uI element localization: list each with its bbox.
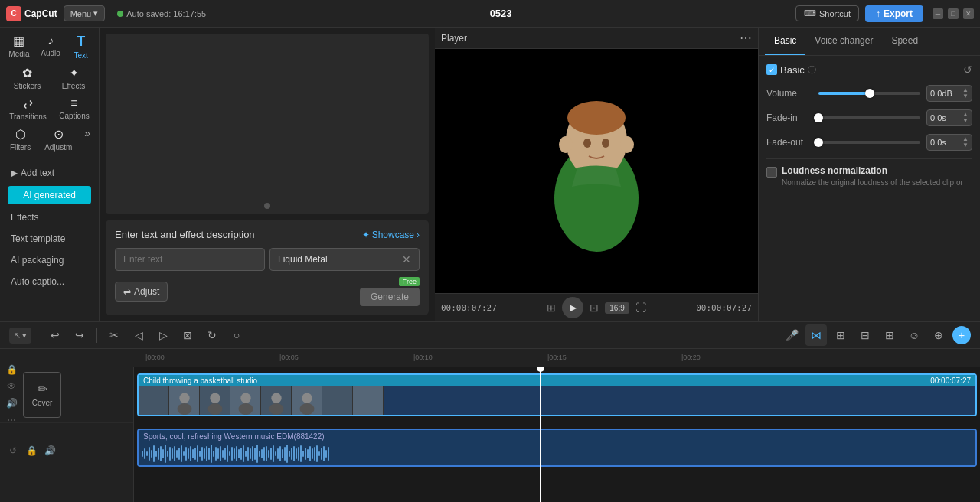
svg-point-7 <box>620 136 634 153</box>
text-preview-area <box>106 34 429 214</box>
delete-button[interactable]: ⊠ <box>177 324 198 346</box>
timeline-playhead[interactable] <box>540 367 541 502</box>
loudness-checkbox[interactable] <box>766 167 777 178</box>
speaker-icon[interactable]: 🔊 <box>5 396 18 410</box>
frame-6 <box>292 386 322 416</box>
link-tracks-button[interactable]: ⋈ <box>805 324 827 346</box>
tool-text[interactable]: T Text <box>67 31 95 63</box>
ai-generated-button[interactable]: AI generated <box>8 186 91 204</box>
rotate-button[interactable]: ↻ <box>201 324 223 346</box>
sidebar-item-text-template[interactable]: Text template <box>5 229 94 249</box>
track1-icons: 🔒 👁 🔊 ⋯ <box>5 363 18 427</box>
ai-style-input[interactable]: Liquid Metal ✕ <box>270 248 420 271</box>
capture-button[interactable]: ⊡ <box>590 302 599 314</box>
copy-button[interactable]: ⊞ <box>879 324 900 346</box>
lock2-icon[interactable]: 🔒 <box>24 444 38 458</box>
tab-basic[interactable]: Basic <box>765 28 805 55</box>
video-clip[interactable]: Child throwing a basketball studio 00:00… <box>137 373 977 416</box>
svg-point-16 <box>302 393 312 403</box>
more-tools-button[interactable]: » <box>81 124 93 155</box>
free-badge: Free <box>399 277 420 286</box>
fade-out-value[interactable]: 0.0s ▲ ▼ <box>926 134 972 151</box>
clear-style-button[interactable]: ✕ <box>402 253 411 266</box>
redo-button[interactable]: ↪ <box>69 324 90 346</box>
volume-slider[interactable] <box>818 92 920 95</box>
tab-speed[interactable]: Speed <box>882 28 927 55</box>
track1-controls: 🔒 👁 🔊 ⋯ ✏ Cover <box>0 367 133 422</box>
generate-section: Free Generate <box>360 277 420 306</box>
showcase-link[interactable]: ✦ Showcase › <box>362 230 420 240</box>
basic-checkbox[interactable]: ✓ <box>766 64 777 75</box>
fade-out-slider[interactable] <box>818 141 920 144</box>
split-button[interactable]: ✂ <box>103 324 125 346</box>
trim-left-button[interactable]: ◁ <box>128 324 149 346</box>
maximize-button[interactable]: □ <box>948 8 959 19</box>
minimize-button[interactable]: ─ <box>933 8 943 19</box>
player-menu-button[interactable]: ⋯ <box>740 31 752 45</box>
tool-captions[interactable]: ≡ Captions <box>54 93 93 124</box>
grid-view-button[interactable]: ⊞ <box>547 302 556 314</box>
svg-point-11 <box>207 403 222 415</box>
tool-transitions[interactable]: ⇄ Transitions <box>5 93 51 124</box>
shortcut-button[interactable]: ⌨ Shortcut <box>795 5 859 21</box>
mic-button[interactable]: 🎤 <box>781 324 802 346</box>
fade-in-value[interactable]: 0.0s ▲ ▼ <box>926 109 972 126</box>
showcase-label: Showcase <box>372 230 414 240</box>
fade-out-down[interactable]: ▼ <box>962 142 969 148</box>
eye-icon[interactable]: 👁 <box>5 380 18 393</box>
stickers-icon: ✿ <box>22 66 32 80</box>
menu-label: Menu <box>70 9 92 18</box>
sidebar-item-effects[interactable]: Effects <box>5 207 94 227</box>
keyboard-icon: ⌨ <box>804 8 816 18</box>
loop-icon[interactable]: ↺ <box>6 444 20 458</box>
svg-point-9 <box>177 403 191 415</box>
fade-in-down[interactable]: ▼ <box>962 118 969 124</box>
divider <box>766 158 972 159</box>
close-button[interactable]: ✕ <box>963 8 974 19</box>
tool-media[interactable]: ▦ Media <box>4 31 34 63</box>
trim-right-button[interactable]: ▷ <box>152 324 174 346</box>
tool-filters[interactable]: ⬡ Filters <box>5 124 35 155</box>
tool-adjustm[interactable]: ⊙ Adjustm <box>40 124 77 155</box>
fullscreen-button[interactable]: ⛶ <box>635 302 646 314</box>
top-bar: C CapCut Menu ▾ Auto saved: 16:17:55 052… <box>0 0 980 28</box>
volume-down[interactable]: ▼ <box>962 93 969 99</box>
top-right-controls: ⌨ Shortcut ↑ Export ─ □ ✕ <box>795 5 974 22</box>
lock-icon[interactable]: 🔒 <box>5 363 18 376</box>
timeline-body: 🔒 👁 🔊 ⋯ ✏ Cover ↺ 🔒 🔊 <box>0 367 980 502</box>
select-mode[interactable]: ↖ ▾ <box>9 328 31 344</box>
undo-button[interactable]: ↩ <box>44 324 66 346</box>
ai-panel-title: Enter text and effect description <box>115 229 255 240</box>
adjust-button[interactable]: ⇌ Adjust <box>115 282 168 302</box>
tool-effects[interactable]: ✦ Effects <box>57 63 90 93</box>
export-button[interactable]: ↑ Export <box>865 5 923 22</box>
menu-button[interactable]: Menu ▾ <box>64 5 106 21</box>
adjust-label: Adjust <box>134 286 159 297</box>
video-clip-header: Child throwing a basketball studio 00:00… <box>139 375 975 386</box>
magnet-button[interactable]: ⊞ <box>830 324 851 346</box>
loudness-desc: Normalize the original loudness of the s… <box>782 178 972 188</box>
reset-button[interactable]: ○ <box>226 324 247 346</box>
ai-text-input[interactable] <box>115 248 265 271</box>
add-text-item[interactable]: ▶ Add text <box>5 163 94 183</box>
emoji-button[interactable]: ☺ <box>903 324 925 346</box>
sidebar-item-ai-packaging[interactable]: AI packaging <box>5 250 94 270</box>
play-button[interactable]: ▶ <box>562 297 583 318</box>
sidebar-item-auto-caption[interactable]: Auto captio... <box>5 272 94 292</box>
speaker2-icon[interactable]: 🔊 <box>43 444 57 458</box>
right-tabs: Basic Voice changer Speed <box>759 28 980 56</box>
svg-point-3 <box>567 101 626 135</box>
unlink-button[interactable]: ⊟ <box>854 324 876 346</box>
reset-button[interactable]: ↺ <box>963 64 972 76</box>
add-clip-button[interactable]: + <box>952 326 971 344</box>
audio-clip[interactable]: Sports, cool, refreshing Western music E… <box>137 429 977 467</box>
tab-voice-changer[interactable]: Voice changer <box>805 28 882 55</box>
more-button[interactable]: ⊕ <box>928 324 949 346</box>
tool-stickers[interactable]: ✿ Stickers <box>9 63 46 93</box>
volume-value[interactable]: 0.0dB ▲ ▼ <box>926 85 972 102</box>
tool-audio[interactable]: ♪ Audio <box>36 31 65 63</box>
cover-button[interactable]: ✏ Cover <box>23 372 61 418</box>
fade-in-slider[interactable] <box>818 116 920 119</box>
info-icon: ⓘ <box>808 64 816 76</box>
generate-button[interactable]: Generate <box>360 288 420 306</box>
